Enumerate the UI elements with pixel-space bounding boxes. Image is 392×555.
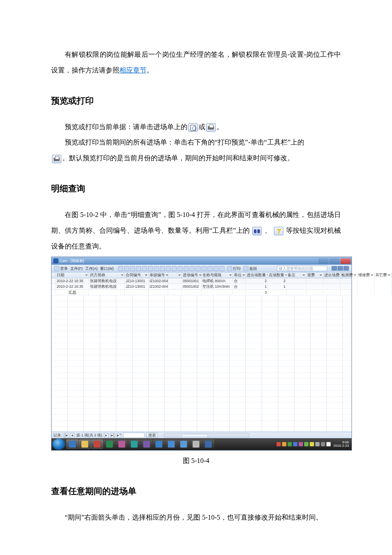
sum-label: 汇总	[56, 290, 89, 295]
toolbar-icon[interactable]	[202, 266, 207, 271]
close-button[interactable]	[340, 258, 351, 264]
intro-link[interactable]: 相应章节	[119, 66, 147, 74]
tray-icon[interactable]	[321, 442, 325, 446]
system-tray: 9:06 2010-2-23	[277, 441, 351, 448]
tray-icon[interactable]	[277, 442, 281, 446]
grid-statusbar: 记录: |◂ ◂ 第 1 项(共 2 项) ▸ ▸| ▸* 搜索	[52, 432, 352, 438]
toolbar-icon[interactable]	[148, 266, 153, 271]
toolbar-icon[interactable]	[142, 266, 147, 271]
tray-icon[interactable]	[299, 442, 303, 446]
col-otherfee[interactable]: 其它费	[375, 272, 392, 278]
embedded-screenshot: Cam - [明细表] 登录 文件(F) 工作(A) 窗口(W) 打印 返回 键…	[51, 257, 352, 451]
menu-login[interactable]: 登录	[54, 266, 68, 271]
toolbar-icon[interactable]	[136, 266, 141, 271]
taskbar-app[interactable]	[202, 439, 214, 449]
nav-first-button[interactable]: |◂	[63, 433, 68, 438]
col-docno[interactable]: 单据编号	[149, 272, 168, 278]
toolbar-icons	[118, 266, 225, 271]
record-label: 记录:	[53, 434, 62, 437]
taskbar-app[interactable]	[116, 439, 128, 449]
toolbar-icon[interactable]	[154, 266, 159, 271]
toolbar-icon[interactable]	[184, 266, 189, 271]
clock-date: 2010-2-23	[334, 444, 349, 448]
col-refund[interactable]: 退费	[306, 272, 323, 278]
taskbar-clock[interactable]: 9:06 2010-2-23	[334, 441, 349, 448]
toolbar-icon[interactable]	[118, 266, 123, 271]
horizontal-scrollbar[interactable]	[164, 433, 249, 438]
nav-last-button[interactable]: ▸|	[110, 433, 115, 438]
period-p1: “期间”右面箭头单击，选择相应的月份，见图 5-10-5，也可直接修改开始和结束…	[51, 510, 341, 526]
heading-detail-query: 明细查询	[51, 182, 341, 195]
taskbar-app[interactable]	[91, 439, 103, 449]
tray-icon[interactable]	[282, 442, 286, 446]
menu-window[interactable]: 窗口(W)	[100, 267, 114, 271]
table-row[interactable]: 2010-2-22 16:35张建明教机电设JZ10-13001IZ1002-0…	[52, 284, 352, 290]
menu-file[interactable]: 文件(F)	[70, 267, 83, 271]
sum-qty: 3	[246, 290, 268, 295]
minimize-button[interactable]	[318, 258, 329, 264]
col-testfee[interactable]: 检测费	[340, 272, 357, 278]
toolbar-icon[interactable]	[172, 266, 177, 271]
taskbar-app[interactable]	[66, 439, 78, 449]
taskbar-app[interactable]	[104, 439, 115, 449]
grid-empty-area	[52, 295, 352, 432]
taskbar-app[interactable]	[190, 439, 202, 449]
tray-icon[interactable]	[315, 442, 320, 446]
menubar: 登录 文件(F) 工作(A) 窗口(W) 打印 返回 键入需要帮助的问题	[52, 265, 352, 272]
col-supplier[interactable]: 供方简称	[89, 272, 125, 278]
menu-back[interactable]: 返回	[243, 266, 257, 271]
record-position: 第 1 项(共 2 项)	[76, 434, 102, 437]
col-contract[interactable]: 合同编号	[125, 272, 149, 278]
taskbar-app[interactable]	[128, 439, 140, 449]
col-ioqty[interactable]: 进出场数量	[246, 272, 268, 278]
toolbar-icon[interactable]	[178, 266, 183, 271]
help-search-input[interactable]: 键入需要帮助的问题	[277, 266, 327, 271]
windows-taskbar: 9:06 2010-2-23	[52, 438, 352, 450]
col-blank2[interactable]	[168, 272, 182, 278]
mdi-min-button[interactable]	[331, 266, 337, 271]
tray-icon[interactable]	[304, 442, 308, 446]
col-unit[interactable]: 单位	[233, 272, 246, 278]
toolbar-icon[interactable]	[124, 266, 129, 271]
taskbar-app[interactable]	[79, 439, 91, 449]
col-repairfee[interactable]: 维修费	[357, 272, 375, 278]
col-date[interactable]: 日期	[56, 272, 89, 278]
mdi-restore-button[interactable]	[337, 266, 343, 271]
tray-icon[interactable]	[293, 442, 297, 446]
taskbar-app[interactable]	[178, 439, 190, 449]
toolbar-icon[interactable]	[190, 266, 195, 271]
tray-icon[interactable]	[288, 442, 292, 446]
toolbar-icon[interactable]	[196, 266, 201, 271]
taskbar-app[interactable]	[141, 439, 153, 449]
menu-work[interactable]: 工作(A)	[85, 267, 98, 271]
col-entryno[interactable]: 进场编号	[182, 272, 202, 278]
toolbar-icon[interactable]	[166, 266, 171, 271]
toolbar-icon[interactable]	[160, 266, 165, 271]
tray-icon[interactable]	[326, 442, 331, 446]
nav-next-button[interactable]: ▸	[104, 433, 109, 438]
taskbar-app[interactable]	[165, 439, 177, 449]
heading-preview-print: 预览或打印	[51, 94, 341, 107]
taskbar-app[interactable]	[153, 439, 165, 449]
col-namespec[interactable]: 名称与规格	[202, 272, 233, 278]
toolbar-icon[interactable]	[219, 266, 225, 271]
tray-icon[interactable]	[310, 442, 314, 446]
figure-caption: 图 5-10-4	[51, 453, 341, 469]
filter-box[interactable]	[123, 433, 144, 438]
maximize-button[interactable]	[329, 258, 340, 264]
col-remark[interactable]: 备注	[287, 272, 306, 278]
search-button[interactable]: 搜索	[146, 433, 158, 438]
col-iofee[interactable]: 进出场费	[323, 272, 340, 278]
preview-p1-c: 。	[216, 123, 223, 130]
col-onsite[interactable]: 在场数量	[268, 272, 287, 278]
nav-new-button[interactable]: ▸*	[117, 433, 121, 438]
menu-print[interactable]: 打印	[227, 266, 241, 271]
toolbar-icon[interactable]	[130, 266, 135, 271]
print-icon	[206, 123, 216, 132]
mdi-close-button[interactable]	[343, 266, 349, 271]
start-orb[interactable]	[52, 439, 65, 450]
table-row[interactable]: 2010-2-22 16:35张建明教机电设JZ10-13001IZ1002-0…	[52, 278, 352, 284]
toolbar-icon[interactable]	[213, 266, 219, 271]
toolbar-icon[interactable]	[208, 266, 213, 271]
nav-prev-button[interactable]: ◂	[70, 433, 75, 438]
